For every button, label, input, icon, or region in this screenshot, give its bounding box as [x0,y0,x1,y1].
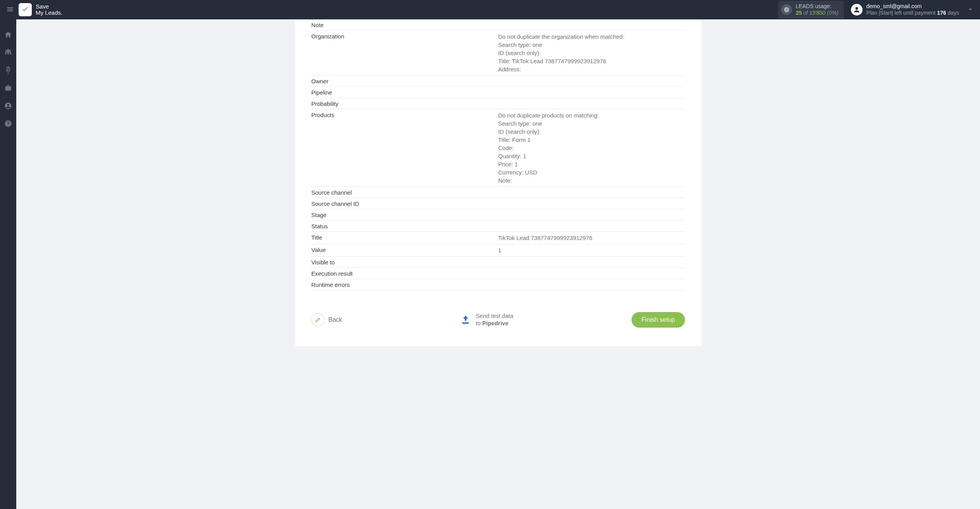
sidebar-connections-icon[interactable] [4,48,12,57]
action-bar: Back Send test data to Pipedrive Finish … [311,312,685,328]
svg-rect-1 [5,53,7,54]
label-products: Products [311,111,498,118]
row-runtime-errors: Runtime errors [311,279,685,290]
label-runtime-errors: Runtime errors [311,281,498,288]
value-products: Do not duplicate products on matching: S… [498,111,599,185]
svg-rect-0 [7,49,9,51]
row-source-channel-id: Source channel ID [311,198,685,209]
label-note: Note [311,21,498,28]
row-owner: Owner [311,76,685,87]
prod-line: Currency: USD [498,168,599,176]
main-content: Note Organization Do not duplicate the o… [16,19,980,509]
value-value: 1 [498,246,501,254]
back-label: Back [328,316,342,323]
hamburger-menu-icon[interactable] [6,5,14,14]
usage-text: LEADS usage: 25 of 13'850 (0%) [796,3,839,17]
row-products: Products Do not duplicate products on ma… [311,109,685,187]
logo-line1: Save [36,3,62,10]
row-title: Title TikTok Lead 7387747999923912976 [311,232,685,244]
row-source-channel: Source channel [311,187,685,198]
value-organization: Do not duplicate the organization when m… [498,33,624,73]
upload-icon [460,315,471,325]
svg-rect-3 [10,53,11,54]
app-logo[interactable] [19,3,32,16]
usage-current: 25 [796,10,802,16]
sidebar-billing-icon[interactable] [4,66,12,74]
prod-line: Price: 1 [498,160,599,168]
prod-line: Code: [498,144,599,152]
usage-widget[interactable]: LEADS usage: 25 of 13'850 (0%) [778,1,844,19]
usage-percent: (0%) [827,10,839,16]
sidebar-account-icon[interactable] [4,102,12,110]
label-organization: Organization [311,33,498,40]
label-visible-to: Visible to [311,259,498,266]
label-pipeline: Pipeline [311,89,498,96]
user-email: demo_sml@gmail.com [866,3,959,10]
usage-label: LEADS usage: [796,3,839,10]
setup-card: Note Organization Do not duplicate the o… [295,19,701,346]
prod-line: Quantity: 1 [498,152,599,160]
row-status: Status [311,221,685,232]
label-source-channel: Source channel [311,189,498,196]
value-title: TikTok Lead 7387747999923912976 [498,234,592,242]
app-name: Save My Leads. [36,3,62,16]
prod-line: Search type: one [498,119,599,128]
logo-line2: My Leads. [36,10,62,16]
sidebar-briefcase-icon[interactable] [4,84,12,92]
row-organization: Organization Do not duplicate the organi… [311,31,685,76]
row-value-field: Value 1 [311,244,685,257]
row-probability: Probability [311,98,685,109]
send-line2-bold: Pipedrive [482,320,509,326]
plan-prefix: Plan |Start| left until payment [866,10,937,16]
chevron-down-icon[interactable] [967,6,974,14]
send-test-button[interactable]: Send test data to Pipedrive [460,312,513,327]
prod-line: Note: [498,176,599,185]
row-pipeline: Pipeline [311,87,685,98]
label-status: Status [311,223,498,229]
sidebar-help-icon[interactable] [4,119,12,128]
sidebar [0,19,16,509]
user-plan: Plan |Start| left until payment 176 days [866,10,959,17]
usage-of: of [803,10,808,16]
label-value: Value [311,246,498,253]
app-header: Save My Leads. LEADS usage: 25 of 13'850… [0,0,980,19]
avatar-icon [851,4,863,16]
row-visible-to: Visible to [311,257,685,268]
org-line: Do not duplicate the organization when m… [498,33,624,41]
finish-setup-button[interactable]: Finish setup [631,312,685,328]
prod-line: Do not duplicate products on matching: [498,111,599,119]
usage-values: 25 of 13'850 (0%) [796,10,839,17]
label-title: Title [311,234,498,241]
org-line: Title: TikTok Lead 7387747999923912976 [498,57,624,65]
row-note: Note [311,19,685,31]
org-line: Search type: one [498,41,624,49]
label-execution-result: Execution result [311,270,498,277]
svg-rect-2 [7,53,9,54]
label-stage: Stage [311,211,498,218]
user-menu[interactable]: demo_sml@gmail.com Plan |Start| left unt… [851,3,959,17]
row-stage: Stage [311,209,685,221]
info-icon [781,4,792,15]
org-line: Address: [498,65,624,73]
org-line: ID (search only): [498,49,624,57]
send-text: Send test data to Pipedrive [476,312,513,327]
user-info: demo_sml@gmail.com Plan |Start| left unt… [866,3,959,17]
pencil-icon [311,313,324,326]
sidebar-home-icon[interactable] [4,30,12,39]
send-line2-prefix: to [476,320,482,326]
label-source-channel-id: Source channel ID [311,200,498,207]
label-probability: Probability [311,100,498,107]
send-line1: Send test data [476,312,513,320]
plan-days: 176 [937,10,946,16]
plan-suffix: days [946,10,959,16]
back-button[interactable]: Back [311,313,342,326]
usage-total: 13'850 [809,10,826,16]
send-line2: to Pipedrive [476,320,513,327]
row-execution-result: Execution result [311,268,685,279]
prod-line: Title: Form 1 [498,136,599,144]
prod-line: ID (search only): [498,128,599,136]
label-owner: Owner [311,78,498,85]
